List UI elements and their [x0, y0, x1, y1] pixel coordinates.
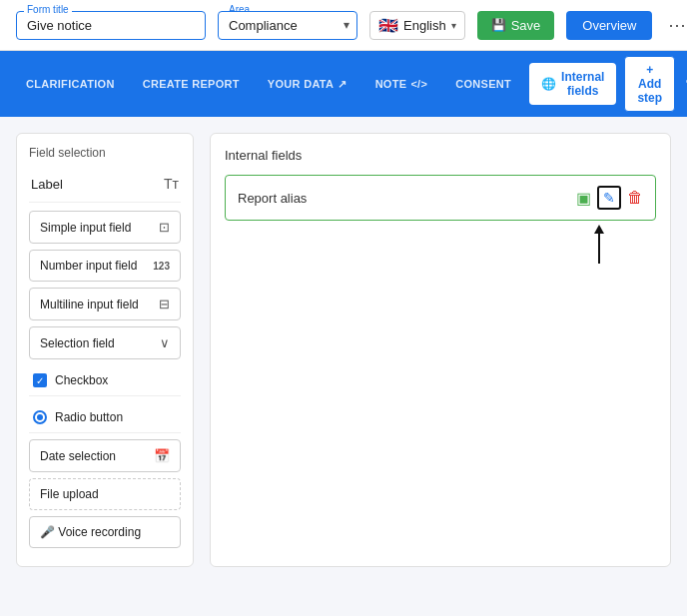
tab-note-label: NOTE [375, 78, 407, 90]
simple-input-icon: ⊡ [159, 220, 170, 235]
radio-button-item[interactable]: Radio button [29, 402, 181, 433]
tab-create-report[interactable]: CREATE REPORT [129, 68, 254, 100]
number-input-field-item[interactable]: Number input field 123 [29, 250, 181, 282]
field-selection-title: Field selection [29, 146, 181, 160]
globe-icon: 🌐 [541, 77, 556, 91]
label-text: Label [31, 177, 63, 192]
tab-clarification-label: CLARIFICATION [26, 78, 115, 90]
radio-icon [33, 410, 47, 424]
field-row-actions: ▣ ✎ 🗑 [576, 186, 643, 210]
field-selection-panel: Field selection Label Tт Simple input fi… [16, 133, 194, 567]
internal-fields-label: Internal fields [561, 70, 604, 98]
tab-create-report-label: CREATE REPORT [143, 78, 240, 90]
file-upload-label: File upload [40, 487, 99, 501]
note-code-icon: </> [410, 78, 427, 90]
number-input-label: Number input field [40, 259, 137, 273]
tab-consent[interactable]: CONSENT [441, 68, 525, 100]
selection-chevron-icon: ∨ [160, 335, 170, 350]
tab-your-data[interactable]: YOUR DATA ↗ [254, 68, 361, 101]
field-row: Report alias ▣ ✎ 🗑 [225, 175, 656, 221]
language-selector[interactable]: 🇬🇧 English ▾ [369, 11, 465, 40]
field-row-edit-icon: ✎ [603, 190, 615, 206]
arrow-up [594, 225, 604, 264]
internal-fields-panel: Internal fields Report alias ▣ ✎ 🗑 [210, 133, 671, 567]
label-typography-icon: Tт [164, 176, 179, 192]
form-title-group: Form title [16, 11, 206, 40]
area-group: Area Compliance ▾ [218, 11, 357, 40]
date-selection-item[interactable]: Date selection 📅 [29, 439, 181, 472]
voice-recording-label: 🎤 Voice recording [40, 525, 141, 539]
arrow-annotation [225, 225, 656, 264]
radio-dot [37, 414, 43, 420]
form-title-label: Form title [24, 4, 72, 15]
nav-tabs: CLARIFICATION CREATE REPORT YOUR DATA ↗ … [0, 51, 687, 117]
checkbox-label: Checkbox [55, 373, 108, 387]
date-selection-label: Date selection [40, 449, 116, 463]
label-row: Label Tт [29, 170, 181, 203]
simple-input-field-item[interactable]: Simple input field ⊡ [29, 211, 181, 244]
language-chevron-icon: ▾ [451, 20, 456, 31]
add-step-label: + Add step [637, 63, 662, 105]
more-button[interactable]: ⋯ [664, 10, 687, 40]
voice-recording-item[interactable]: 🎤 Voice recording [29, 516, 181, 548]
field-row-green-icon: ▣ [576, 189, 591, 208]
radio-label: Radio button [55, 410, 123, 424]
selection-field-label: Selection field [40, 336, 115, 350]
overview-button[interactable]: Overview [566, 11, 652, 40]
field-row-name: Report alias [238, 191, 568, 206]
simple-input-label: Simple input field [40, 221, 131, 235]
selection-field-item[interactable]: Selection field ∨ [29, 326, 181, 359]
multiline-input-label: Multiline input field [40, 298, 139, 311]
edit-nav-button[interactable]: ✎ [679, 69, 687, 100]
save-button[interactable]: 💾 Save [477, 11, 555, 40]
tab-note[interactable]: NOTE </> [361, 68, 442, 100]
checkbox-item[interactable]: ✓ Checkbox [29, 365, 181, 396]
field-row-edit-button[interactable]: ✎ [597, 186, 621, 210]
more-icon: ⋯ [668, 15, 686, 35]
save-icon: 💾 [491, 18, 506, 32]
flag-icon: 🇬🇧 [378, 16, 398, 35]
language-label: English [403, 18, 446, 33]
area-select[interactable]: Compliance [218, 11, 357, 40]
main-content: Field selection Label Tт Simple input fi… [0, 117, 687, 583]
internal-fields-panel-title: Internal fields [225, 148, 656, 163]
overview-label: Overview [582, 18, 636, 33]
date-selection-icon: 📅 [154, 448, 170, 463]
internal-fields-button[interactable]: 🌐 Internal fields [529, 63, 616, 105]
arrow-line [598, 234, 600, 264]
field-row-delete-icon[interactable]: 🗑 [627, 189, 643, 207]
form-title-input[interactable] [16, 11, 206, 40]
tab-your-data-label: YOUR DATA [268, 78, 334, 90]
multiline-input-icon: ⊟ [159, 297, 170, 311]
arrow-head [594, 225, 604, 234]
checkbox-icon: ✓ [33, 373, 47, 387]
tab-clarification[interactable]: CLARIFICATION [12, 68, 129, 100]
area-select-wrapper: Compliance ▾ [218, 11, 357, 40]
tab-consent-label: CONSENT [455, 78, 511, 90]
your-data-external-icon: ↗ [338, 78, 346, 91]
save-label: Save [511, 18, 541, 33]
multiline-input-field-item[interactable]: Multiline input field ⊟ [29, 288, 181, 320]
file-upload-item[interactable]: File upload [29, 478, 181, 510]
top-bar: Form title Area Compliance ▾ 🇬🇧 English … [0, 0, 687, 51]
add-step-button[interactable]: + Add step [624, 56, 675, 112]
number-input-icon: 123 [153, 261, 170, 272]
